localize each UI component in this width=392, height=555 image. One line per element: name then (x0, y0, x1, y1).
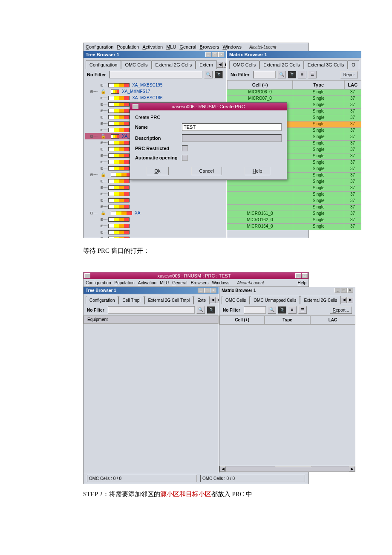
table-row[interactable]: MICRO164_0Single37 (227, 224, 361, 230)
max-icon[interactable]: □ (302, 273, 308, 278)
tree-row[interactable]: ⊞┈┈XA_MXBSC195 (85, 82, 225, 88)
table-row[interactable]: Single37 (227, 205, 361, 211)
m2-ext-2g[interactable]: External 2G Cells (300, 296, 341, 304)
mtab-ext-3g[interactable]: External 3G Cells (304, 60, 348, 69)
col-lac[interactable]: LAC (344, 80, 361, 90)
tree-row[interactable]: ⊞┈┈ (85, 229, 225, 235)
rows-icon[interactable]: ≣ (298, 306, 307, 314)
filter-input[interactable] (110, 71, 202, 78)
tab-extern[interactable]: Extern (196, 60, 217, 69)
name-input[interactable] (182, 123, 282, 131)
tab-left-icon[interactable]: ◀ (217, 62, 223, 68)
menu-configuration[interactable]: Configuration (86, 44, 113, 49)
mzoom-icon[interactable]: 🔍 (277, 71, 286, 78)
menu-general[interactable]: General (172, 280, 187, 285)
tree-row[interactable]: ⊞┈┈XA_MXBSC186 (85, 95, 225, 101)
tree-row[interactable]: ⊞┈┈ (85, 223, 225, 229)
m2-col-lac[interactable]: LAC (310, 315, 355, 324)
menu-mlu[interactable]: MLU (160, 280, 169, 285)
auto-open-checkbox[interactable] (182, 155, 188, 161)
tab-right-icon[interactable]: ▶ (347, 297, 353, 303)
zoom-icon[interactable]: 🔍 (268, 306, 276, 314)
tab-configuration[interactable]: Configuration (86, 60, 121, 69)
table-row[interactable]: Single37 (227, 198, 361, 205)
t2-filter-input[interactable] (108, 306, 195, 314)
menu-population[interactable]: Population (115, 280, 135, 285)
m2-col-type[interactable]: Type (265, 315, 310, 324)
tree-row[interactable]: ⊞┈┈ (85, 184, 225, 191)
mrows-icon[interactable]: ≣ (308, 71, 317, 78)
close-icon[interactable]: × (210, 288, 216, 293)
tree-row[interactable]: ⊞┈┈ (85, 235, 225, 238)
tab-right-icon[interactable]: ▶ (223, 62, 226, 68)
ok-button[interactable]: Ok (147, 167, 169, 175)
table-row[interactable]: Single37 (227, 185, 361, 192)
table-row[interactable]: MICRO162_0Single37 (227, 217, 361, 224)
col-cell[interactable]: Cell (+) (227, 80, 293, 90)
max-icon[interactable]: □ (204, 288, 210, 293)
mfilter-input[interactable] (253, 71, 276, 78)
table-row[interactable]: Single37 (227, 192, 361, 198)
max-icon[interactable]: □ (212, 52, 218, 57)
cols-icon[interactable]: ≡ (288, 306, 297, 314)
min-icon[interactable]: _ (198, 288, 204, 293)
sysmenu-icon[interactable] (84, 273, 90, 278)
tab-left-icon[interactable]: ◀ (341, 297, 347, 303)
table-row[interactable]: MICRO06_0Single37 (227, 90, 361, 96)
tab-omc-cells[interactable]: OMC Cells (121, 60, 151, 69)
t2-ext-2g-tmpl[interactable]: External 2G Cell Tmpl (144, 296, 194, 304)
menu-activation[interactable]: Activation (138, 280, 156, 285)
description-input[interactable] (182, 134, 282, 142)
m2-col-cell[interactable]: Cell (+) (219, 315, 265, 324)
mbinoculars-icon[interactable]: 🔭 (288, 71, 296, 78)
menu-windows[interactable]: Windows (222, 44, 242, 49)
tree-row[interactable]: ⊞┈┈ (85, 216, 225, 223)
t2-exte[interactable]: Exte (193, 296, 210, 304)
tree-row[interactable]: ⊟┈┈ 🔒 XA (85, 210, 225, 216)
help-button[interactable]: Help (245, 167, 271, 175)
m2-filter-input[interactable] (244, 306, 266, 314)
menu-activation[interactable]: Activation (142, 44, 163, 49)
menu-general[interactable]: General (179, 44, 196, 49)
tab-left-icon[interactable]: ◀ (210, 297, 216, 303)
mtab-omc-cells[interactable]: OMC Cells (229, 60, 259, 69)
menu-mlu[interactable]: MLU (166, 44, 176, 49)
min-icon[interactable]: _ (334, 288, 340, 293)
tree-row[interactable]: ⊞┈┈ (85, 197, 225, 203)
m2-unmapped[interactable]: OMC Unmapped Cells (250, 296, 300, 304)
menu-configuration[interactable]: Configuration (86, 280, 111, 285)
menu-browsers[interactable]: Browsers (191, 280, 209, 285)
binoculars-icon[interactable]: 🔭 (278, 306, 286, 314)
report-button[interactable]: Report... (330, 306, 352, 314)
min-icon[interactable]: _ (205, 52, 211, 57)
mtab-o[interactable]: O (348, 60, 359, 69)
tab-ext-2g[interactable]: External 2G Cells (152, 60, 196, 69)
mtab-ext-2g[interactable]: External 2G Cells (259, 60, 304, 69)
menu-windows[interactable]: Windows (212, 280, 230, 285)
binoculars-icon[interactable]: 🔭 (214, 71, 223, 78)
zoom-icon[interactable]: 🔍 (204, 71, 213, 78)
cancel-button[interactable]: Cancel (191, 167, 222, 175)
tree-row[interactable]: ⊟┈┈ 🔒 XA_MXMFS17 (85, 88, 225, 95)
equipment-header[interactable]: Equipment (84, 315, 219, 324)
m2-omc-cells[interactable]: OMC Cells (222, 296, 250, 304)
h-scrollbar[interactable]: ◀▶ (219, 466, 355, 472)
menu-browsers[interactable]: Browsers (200, 44, 219, 49)
table-row[interactable]: MICRO07_0Single37 (227, 96, 361, 102)
table-row[interactable]: Single37 (227, 179, 361, 185)
min-icon[interactable]: _ (295, 273, 301, 278)
close-icon[interactable]: × (218, 52, 224, 57)
zoom-icon[interactable]: 🔍 (196, 306, 205, 314)
prc-restricted-checkbox[interactable] (182, 145, 188, 151)
tree-row[interactable]: ⊞┈┈ (85, 203, 225, 210)
close-icon[interactable]: × (347, 288, 353, 293)
tree-row[interactable]: ⊞┈┈ (85, 191, 225, 197)
t2-cell-tmpl[interactable]: Cell Tmpl (118, 296, 144, 304)
col-type[interactable]: Type (293, 80, 344, 90)
mcols-icon[interactable]: ≡ (298, 71, 306, 78)
menu-population[interactable]: Population (117, 44, 139, 49)
menu-help[interactable]: Help (297, 280, 306, 285)
binoculars-icon[interactable]: 🔭 (207, 306, 215, 314)
t2-configuration[interactable]: Configuration (86, 296, 118, 304)
table-row[interactable]: MICRO161_0Single37 (227, 211, 361, 217)
